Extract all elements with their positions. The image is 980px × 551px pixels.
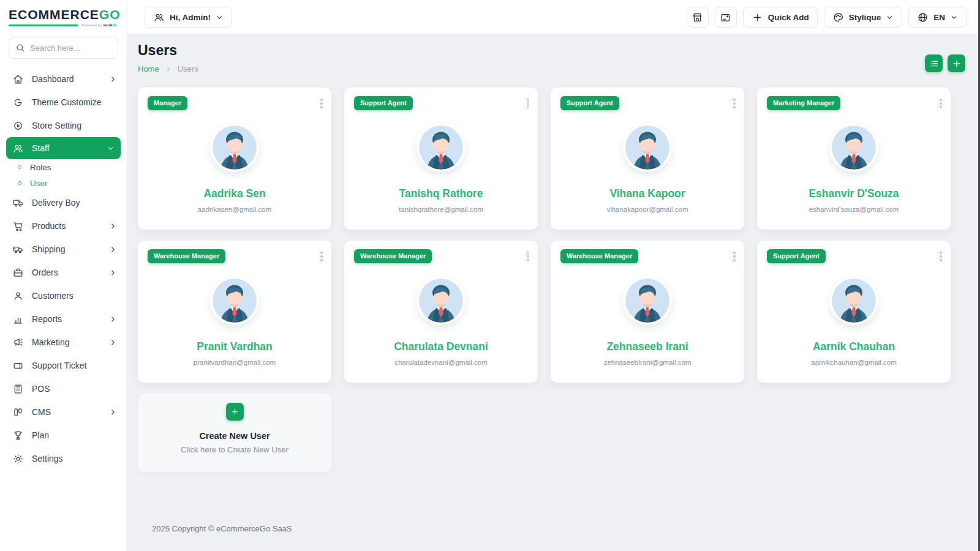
sidebar-nav: Dashboard Theme Customize Store Setting …	[0, 62, 127, 476]
sidebar-subitem-roles[interactable]: Roles	[0, 159, 127, 175]
user-email: vihanakapoor@gmail.com	[606, 206, 688, 213]
footer-copyright: 2025 Copyright © eCommerceGo SaaS	[138, 524, 965, 551]
role-badge: Warehouse Manager	[560, 249, 638, 263]
theme-style-button[interactable]: Stylique	[824, 7, 903, 28]
plus-icon	[752, 12, 763, 23]
brand-tagline: Powered by workdo	[81, 23, 117, 27]
avatar[interactable]	[832, 279, 876, 323]
sidebar-item-orders[interactable]: Orders	[0, 261, 127, 284]
user-card: Support Agent Aarnik Chauhan aarnikchauh…	[757, 241, 951, 383]
card-menu-button[interactable]	[729, 248, 739, 265]
ticket-icon	[12, 360, 24, 372]
language-button[interactable]: EN	[908, 7, 967, 28]
user-name[interactable]: Vihana Kapoor	[609, 187, 685, 200]
search-input[interactable]	[30, 43, 127, 53]
cart-icon	[12, 220, 24, 232]
sidebar-item-theme-customize[interactable]: Theme Customize	[0, 91, 127, 114]
chevron-right-icon	[109, 408, 117, 416]
user-card: Support Agent Tanishq Rathore tanishqrat…	[344, 88, 538, 230]
user-email: aarnikchauhan@gmail.com	[811, 359, 897, 366]
user-name[interactable]: Tanishq Rathore	[399, 187, 483, 200]
sidebar-item-products[interactable]: Products	[0, 214, 127, 238]
sidebar-item-marketing[interactable]: Marketing	[0, 331, 127, 354]
theme-style-label: Stylique	[849, 13, 881, 22]
sidebar-item-label: CMS	[32, 407, 51, 417]
quick-add-button[interactable]: Quick Add	[743, 7, 818, 28]
sidebar-search	[9, 37, 118, 59]
sidebar-item-shipping[interactable]: Shipping	[0, 238, 127, 261]
sidebar-subitem-user[interactable]: User	[0, 175, 127, 191]
user-name[interactable]: Pranit Vardhan	[197, 340, 273, 353]
user-name[interactable]: Aadrika Sen	[203, 187, 265, 200]
card-view-button[interactable]	[715, 7, 737, 28]
breadcrumb-home-link[interactable]: Home	[138, 64, 159, 73]
sidebar-item-cms[interactable]: CMS	[0, 400, 127, 424]
sidebar-item-dashboard[interactable]: Dashboard	[0, 67, 127, 91]
role-badge: Support Agent	[560, 96, 619, 110]
sidebar-item-reports[interactable]: Reports	[0, 307, 127, 331]
home-icon	[12, 73, 24, 85]
sidebar-item-pos[interactable]: POS	[0, 377, 127, 400]
card-menu-button[interactable]	[317, 248, 326, 265]
storefront-button[interactable]	[687, 7, 709, 28]
sidebar-item-label: Settings	[32, 454, 63, 463]
user-name[interactable]: Aarnik Chauhan	[813, 340, 895, 353]
user-name[interactable]: Eshanvir D'Souza	[809, 187, 899, 200]
customer-person-icon	[12, 290, 24, 302]
card-menu-button[interactable]	[523, 248, 533, 265]
card-menu-button[interactable]	[936, 95, 946, 112]
user-card: Warehouse Manager Pranit Vardhan pranitv…	[138, 241, 331, 383]
sidebar-item-delivery-boy[interactable]: Delivery Boy	[0, 191, 127, 214]
megaphone-icon	[12, 337, 24, 348]
avatar[interactable]	[213, 126, 257, 170]
sidebar-item-label: Customers	[32, 291, 74, 301]
user-name[interactable]: Charulata Devnani	[394, 340, 488, 353]
avatar[interactable]	[419, 279, 463, 323]
admin-menu-button[interactable]: Hi, Admin!	[145, 7, 232, 28]
card-menu-button[interactable]	[317, 95, 326, 112]
create-card-subtitle: Click here to Create New User	[181, 445, 288, 454]
brand-logo[interactable]: ECOMMERCEGO Powered by workdo	[0, 0, 127, 31]
chevron-down-icon	[886, 13, 894, 21]
avatar[interactable]	[625, 279, 669, 323]
avatar[interactable]	[625, 126, 669, 170]
sidebar-item-settings[interactable]: Settings	[0, 447, 127, 470]
avatar[interactable]	[419, 126, 463, 170]
card-menu-button[interactable]	[523, 95, 533, 112]
user-email: aadrikasen@gmail.com	[198, 206, 271, 213]
role-badge: Marketing Manager	[767, 96, 840, 110]
staff-people-icon	[12, 143, 24, 154]
list-view-button[interactable]	[925, 54, 943, 72]
id-card-icon	[720, 12, 731, 23]
sidebar-item-staff[interactable]: Staff	[6, 137, 121, 159]
sidebar-item-label: Dashboard	[32, 74, 74, 84]
avatar[interactable]	[832, 126, 876, 170]
logo-underline	[9, 24, 78, 26]
bullet-circle-icon	[17, 180, 23, 186]
avatar[interactable]	[213, 279, 257, 323]
main-area: Hi, Admin! Quick Add Stylique EN	[127, 0, 980, 551]
sidebar-item-label: Staff	[32, 143, 50, 153]
card-menu-button[interactable]	[936, 248, 946, 265]
create-user-plus-button[interactable]	[226, 403, 244, 421]
brand-name: ECOMMERCEGO	[9, 8, 117, 21]
sidebar-item-plan[interactable]: Plan	[0, 424, 127, 447]
card-menu-button[interactable]	[729, 95, 739, 112]
sidebar-item-customers[interactable]: Customers	[0, 284, 127, 307]
role-badge: Support Agent	[354, 96, 413, 110]
pos-terminal-icon	[12, 383, 24, 395]
bar-chart-icon	[12, 313, 24, 325]
admin-people-icon	[153, 12, 165, 23]
create-new-user-card[interactable]: Create New User Click here to Create New…	[138, 394, 331, 472]
add-user-button[interactable]	[948, 54, 965, 72]
sidebar-item-store-setting[interactable]: Store Setting	[0, 114, 127, 137]
sidebar-item-support-ticket[interactable]: Support Ticket	[0, 354, 127, 377]
page-content: Users Home Users Manager	[127, 35, 980, 551]
store-setting-icon	[12, 120, 24, 132]
sidebar-item-label: Store Setting	[32, 121, 81, 130]
breadcrumb-separator-icon	[165, 66, 172, 73]
topbar: Hi, Admin! Quick Add Stylique EN	[127, 0, 980, 35]
sidebar-item-label: Shipping	[32, 244, 66, 254]
user-name[interactable]: Zehnaseeb Irani	[606, 340, 688, 353]
role-badge: Manager	[148, 96, 187, 110]
